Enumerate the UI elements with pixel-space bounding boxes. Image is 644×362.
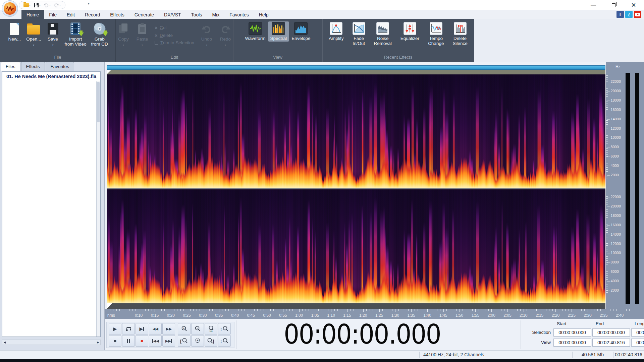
chevron-down-icon[interactable]: ▾ <box>29 4 31 7</box>
tab-edit[interactable]: Edit <box>62 10 80 19</box>
ribbon: New... Open... ▾ Save ▾ <box>0 19 644 62</box>
zoom-selection-end-icon: ] <box>207 338 215 344</box>
svg-text:↕: ↕ <box>220 339 222 344</box>
minimize-button[interactable]: — <box>589 1 598 9</box>
horizontal-position-scrollbar[interactable] <box>107 65 605 70</box>
social-links: f t <box>616 11 641 18</box>
view-length-field[interactable]: 00:02:40.816 <box>631 339 644 347</box>
record-button[interactable]: ● <box>136 335 148 347</box>
ruler-unit-label: hms <box>107 313 115 318</box>
envelope-icon <box>294 22 308 35</box>
customize-toolbar-button[interactable]: ▾ <box>88 2 90 5</box>
stop-button[interactable]: ■ <box>109 335 121 347</box>
tempo-change-button[interactable]: TempoChange <box>426 21 446 47</box>
new-button[interactable]: New... <box>5 21 23 42</box>
tab-dx-vst[interactable]: DX/VST <box>159 10 186 19</box>
scroll-left-arrow-icon[interactable]: ◀ <box>2 340 7 345</box>
play-button[interactable]: ▶ <box>109 323 121 335</box>
restore-button[interactable] <box>609 1 618 9</box>
tab-help[interactable]: Help <box>254 10 274 19</box>
paste-button: Paste ▾ <box>133 21 151 48</box>
view-row-label: View <box>523 340 552 345</box>
column-header-end: End <box>592 321 630 326</box>
zoom-selection-start-button[interactable]: [ <box>178 335 191 347</box>
tab-effects[interactable]: Effects <box>21 62 45 71</box>
open-button[interactable]: Open... ▾ <box>24 21 43 48</box>
chevron-down-icon[interactable]: ▾ <box>39 4 41 7</box>
tab-files[interactable]: Files <box>1 62 20 71</box>
svg-text:↕: ↕ <box>220 326 222 331</box>
bottom-marker-strip[interactable] <box>107 303 605 309</box>
tab-mix[interactable]: Mix <box>207 10 224 19</box>
file-list-horizontal-scrollbar[interactable]: ◀ ▶ <box>2 340 101 345</box>
playhead-marker-bottom[interactable] <box>107 303 112 309</box>
tab-generate[interactable]: Generate <box>129 10 159 19</box>
playhead-marker-top[interactable] <box>107 70 111 74</box>
status-file-size: 40.581 Mb <box>572 352 613 357</box>
tab-effects[interactable]: Effects <box>105 10 129 19</box>
youtube-icon[interactable] <box>634 11 641 18</box>
skip-to-end-button[interactable]: ▶▶ <box>162 335 175 347</box>
amplify-button[interactable]: Amplify <box>327 21 345 42</box>
zoom-vertical-in-button[interactable]: ↕ <box>218 323 231 335</box>
folder-icon <box>23 3 29 7</box>
level-meter-left <box>626 73 630 304</box>
waveform-view-button[interactable]: Waveform <box>243 21 268 42</box>
close-button[interactable]: × <box>629 1 638 9</box>
save-button[interactable]: ▾ <box>33 2 42 8</box>
delete-icon: × <box>155 33 158 38</box>
tab-favorites[interactable]: Favorites <box>224 10 254 19</box>
tab-tools[interactable]: Tools <box>186 10 207 19</box>
time-ruler[interactable]: hms 0:100:150:200:250:300:350:400:450:50… <box>105 309 644 319</box>
file-list[interactable]: 01. He Needs Me (Remastered 2023).fla <box>2 71 101 337</box>
tab-record[interactable]: Record <box>80 10 105 19</box>
spectral-view-button[interactable]: Spectral <box>268 21 289 42</box>
selection-end-field[interactable]: 00:00:00.000 <box>592 328 630 337</box>
ribbon-group-label: Recent Effects <box>322 55 474 62</box>
tab-favorites[interactable]: Favorites <box>46 62 74 71</box>
scrollbar-thumb[interactable] <box>97 82 100 122</box>
delete-silence-button[interactable]: DeleteSilence <box>450 21 469 47</box>
fast-forward-button[interactable]: ▶▶ <box>162 323 175 335</box>
open-button[interactable]: ▾ <box>22 2 32 8</box>
zoom-vertical-out-button[interactable]: ↕ <box>218 335 231 347</box>
spectrogram-canvas[interactable] <box>107 74 605 303</box>
tab-home[interactable]: Home <box>21 10 44 19</box>
import-from-video-button[interactable]: Importfrom Video <box>63 21 89 47</box>
divider <box>236 320 236 349</box>
fade-in-out-button[interactable]: FadeIn/Out <box>351 21 367 47</box>
equalizer-button[interactable]: Equalizer <box>398 21 421 42</box>
fade-icon <box>353 22 365 35</box>
selection-start-field[interactable]: 00:00:00.000 <box>553 328 591 337</box>
zoom-in-button[interactable]: + <box>178 323 191 335</box>
scroll-right-arrow-icon[interactable]: ▶ <box>96 340 100 345</box>
skip-to-start-button[interactable]: ◀◀ <box>149 335 162 347</box>
grab-from-cd-button[interactable]: Grabfrom CD <box>89 21 110 47</box>
zoom-selection-end-button[interactable]: ] <box>205 335 217 347</box>
redo-button: Redo ▾ <box>216 21 234 48</box>
amplify-icon <box>330 22 342 35</box>
play-to-end-button[interactable]: ▶ <box>136 323 148 335</box>
facebook-icon[interactable]: f <box>616 11 624 18</box>
envelope-view-button[interactable]: Envelope <box>289 21 312 42</box>
zoom-out-button[interactable]: − <box>191 323 204 335</box>
zoom-100-button[interactable]: 100 <box>205 323 217 335</box>
view-start-field[interactable]: 00:00:00.000 <box>553 339 591 347</box>
twitter-icon[interactable]: t <box>625 11 633 18</box>
file-list-item[interactable]: 01. He Needs Me (Remastered 2023).fla <box>2 72 100 80</box>
svg-text:]: ] <box>213 339 214 344</box>
undo-button: ▾ <box>43 2 52 8</box>
zoom-to-selection-button[interactable]: + <box>191 335 204 347</box>
noise-removal-button[interactable]: NoiseRemoval <box>372 21 394 47</box>
tab-file[interactable]: File <box>44 10 62 19</box>
top-marker-strip[interactable] <box>107 70 605 74</box>
selection-length-field[interactable]: 00:00:00.000 <box>631 328 644 337</box>
axis-unit-label: Hz <box>615 64 621 69</box>
file-list-vertical-scrollbar[interactable] <box>96 81 100 337</box>
save-button[interactable]: Save ▾ <box>44 21 62 48</box>
spectral-icon <box>272 22 285 35</box>
rewind-button[interactable]: ◀◀ <box>149 323 162 335</box>
pause-button[interactable] <box>122 335 135 347</box>
loop-button[interactable] <box>122 323 135 335</box>
view-end-field[interactable]: 00:02:40.816 <box>592 339 630 347</box>
